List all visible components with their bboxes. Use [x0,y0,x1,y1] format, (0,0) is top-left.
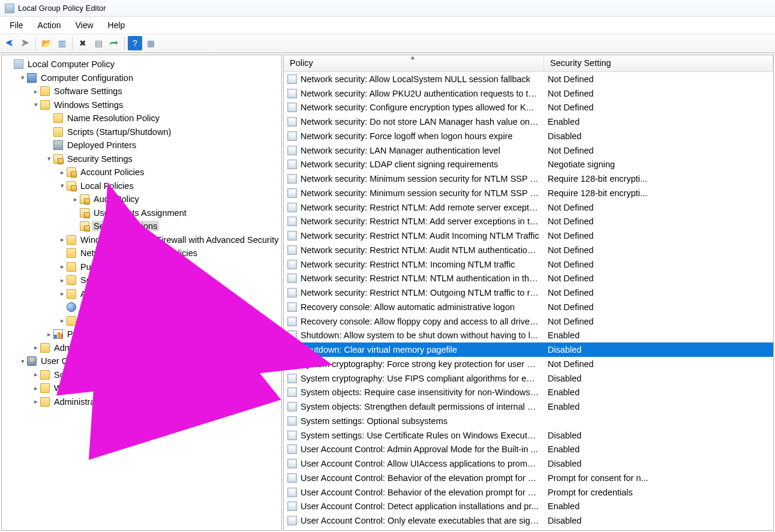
expander-icon[interactable]: ▸ [58,236,67,244]
list-pane[interactable]: Policy Security Setting ▲ Network securi… [283,55,774,531]
policy-name: System cryptography: Use FIPS compliant … [301,374,544,383]
tree-node-audit-policy[interactable]: ▸Audit Policy [2,193,281,206]
policy-row[interactable]: Network security: LAN Manager authentica… [284,143,773,158]
tree-node-local-policies[interactable]: ▾Local Policies [2,179,281,193]
expander-icon[interactable]: ▸ [58,169,67,176]
menu-item-help[interactable]: Help [101,18,133,32]
expander-icon[interactable]: ▸ [32,398,40,405]
expander-icon[interactable]: ▸ [58,317,67,324]
policy-row[interactable]: User Account Control: Allow UIAccess app… [284,456,773,471]
properties-icon[interactable]: ▤ [91,36,106,50]
toolbar-separator [72,37,73,50]
expander-icon[interactable]: ▾ [19,74,27,82]
tree-node-adv-audit[interactable]: ▸Advanced Audit Policy Configuration [2,314,281,328]
tree-node-security-options[interactable]: Security Options [2,220,281,233]
expander-icon[interactable]: ▾ [58,182,67,190]
policy-row[interactable]: Network security: Restrict NTLM: Add ser… [284,215,773,229]
policy-row[interactable]: Network security: Do not store LAN Manag… [284,115,773,129]
policy-row[interactable]: User Account Control: Behavior of the el… [284,471,773,485]
tree-node-name-resolution[interactable]: Name Resolution Policy [2,112,281,125]
delete-icon[interactable]: ✖ [76,36,90,50]
policy-row[interactable]: Shutdown: Clear virtual memory pagefileD… [284,342,773,357]
policy-row[interactable]: Network security: Configure encryption t… [284,101,773,115]
policy-row[interactable]: User Account Control: Only elevate execu… [284,513,773,528]
tree-node-user-config[interactable]: ▾User Configuration [2,354,281,368]
export-icon[interactable]: ⮫ [107,36,121,50]
tree-node-software-restriction[interactable]: ▸Software Restriction Policies [2,273,281,287]
policy-row[interactable]: Network security: Restrict NTLM: Incomin… [284,257,773,272]
expander-icon[interactable]: ▾ [45,155,53,163]
policy-setting: Disabled [544,459,773,468]
help-icon[interactable]: ? [128,36,142,50]
policy-row[interactable]: Shutdown: Allow system to be shut down w… [284,329,773,343]
tree-node-scripts[interactable]: Scripts (Startup/Shutdown) [2,125,281,139]
expander-icon[interactable]: ▾ [19,357,27,365]
policy-row[interactable]: Network security: Force logoff when logo… [284,129,773,143]
expander-icon[interactable]: ▸ [32,384,40,392]
filter-icon[interactable]: ▦ [143,36,158,50]
policy-row[interactable]: Network security: Restrict NTLM: NTLM au… [284,272,773,286]
expander-icon[interactable]: ▾ [32,101,40,109]
column-header-setting[interactable]: Security Setting [544,55,773,71]
tree-node-computer-config[interactable]: ▾Computer Configuration [2,71,281,85]
policy-row[interactable]: Network security: Minimum session securi… [284,186,773,200]
tree-node-account-policies[interactable]: ▸Account Policies [2,166,281,179]
back-icon[interactable]: ⮜ [2,36,17,50]
policy-row[interactable]: Network security: Restrict NTLM: Audit I… [284,229,773,243]
expander-icon[interactable]: ▸ [32,344,40,351]
policy-row[interactable]: Network security: Restrict NTLM: Audit N… [284,243,773,257]
tree-node-uc-adm-templates[interactable]: ▸Administrative Templates [2,395,281,409]
tree-node-user-rights[interactable]: User Rights Assignment [2,206,281,220]
folder-icon [67,289,76,299]
policy-row[interactable]: System objects: Require case insensitivi… [284,386,773,400]
expander-icon[interactable]: ▸ [58,276,67,284]
menu-item-view[interactable]: View [68,18,100,32]
tree-node-qos[interactable]: ▸Policy-based QoS [2,327,281,341]
policy-row[interactable]: System objects: Strengthen default permi… [284,399,773,414]
expander-icon[interactable]: ▸ [32,371,40,378]
tree-node-cc-windows-settings[interactable]: ▾Windows Settings [2,98,281,112]
policy-row[interactable]: System cryptography: Use FIPS compliant … [284,371,773,386]
policy-row[interactable]: Network security: Minimum session securi… [284,172,773,186]
expander-icon[interactable]: ▸ [71,196,80,203]
expander-icon[interactable]: ▸ [32,88,40,95]
policy-row[interactable]: User Account Control: Admin Approval Mod… [284,443,773,457]
policy-name: User Account Control: Behavior of the el… [301,488,544,497]
tree-label: Computer Configuration [39,73,135,83]
policy-row[interactable]: Network security: Restrict NTLM: Outgoin… [284,285,773,300]
policy-row[interactable]: System settings: Use Certificate Rules o… [284,428,773,443]
tree-node-root[interactable]: Local Computer Policy [2,58,281,71]
tree-node-public-key[interactable]: ▸Public Key Policies [2,260,281,274]
tree-node-uc-windows-settings[interactable]: ▸Windows Settings [2,381,281,395]
policy-row[interactable]: User Account Control: Detect application… [284,500,773,514]
expander-icon[interactable]: ▸ [45,330,53,338]
expander-icon[interactable]: ▸ [58,290,67,297]
tree-node-security-settings[interactable]: ▾Security Settings [2,152,281,166]
tree-node-deployed-printers[interactable]: Deployed Printers [2,139,281,152]
show-hide-tree-icon[interactable]: ▥ [55,36,69,50]
expander-icon[interactable]: ▸ [58,263,67,270]
tree-pane[interactable]: Local Computer Policy▾Computer Configura… [1,55,282,531]
menu-item-file[interactable]: File [2,18,31,32]
tree-node-cc-adm-templates[interactable]: ▸Administrative Templates [2,341,281,355]
policy-row[interactable]: System settings: Optional subsystems [284,414,773,428]
policy-row[interactable]: Recovery console: Allow floppy copy and … [284,314,773,329]
tree-node-cc-software-settings[interactable]: ▸Software Settings [2,85,281,98]
policy-row[interactable]: Network security: Allow PKU2U authentica… [284,86,773,101]
tree-node-uc-software-settings[interactable]: ▸Software Settings [2,368,281,382]
policy-row[interactable]: Network security: Allow LocalSystem NULL… [284,72,773,86]
policy-row[interactable]: Network security: LDAP client signing re… [284,158,773,172]
policy-row[interactable]: System cryptography: Force strong key pr… [284,357,773,371]
tree-node-firewall[interactable]: ▸Windows Defender Firewall with Advanced… [2,233,281,247]
tree-node-ipsec[interactable]: IP Security Policies on Local Computer [2,300,281,314]
menu-item-action[interactable]: Action [31,18,68,32]
forward-icon[interactable]: ⮞ [18,36,32,50]
policy-row[interactable]: Network security: Restrict NTLM: Add rem… [284,200,773,215]
policy-row[interactable]: Recovery console: Allow automatic admini… [284,300,773,314]
tree-node-network-list[interactable]: Network List Manager Policies [2,247,281,260]
policy-row[interactable]: User Account Control: Behavior of the el… [284,485,773,500]
up-icon[interactable]: 📂 [39,36,53,50]
policy-item-icon [287,402,297,411]
title-bar: Local Group Policy Editor [0,0,775,17]
tree-node-app-control[interactable]: ▸Application Control Policies [2,287,281,301]
